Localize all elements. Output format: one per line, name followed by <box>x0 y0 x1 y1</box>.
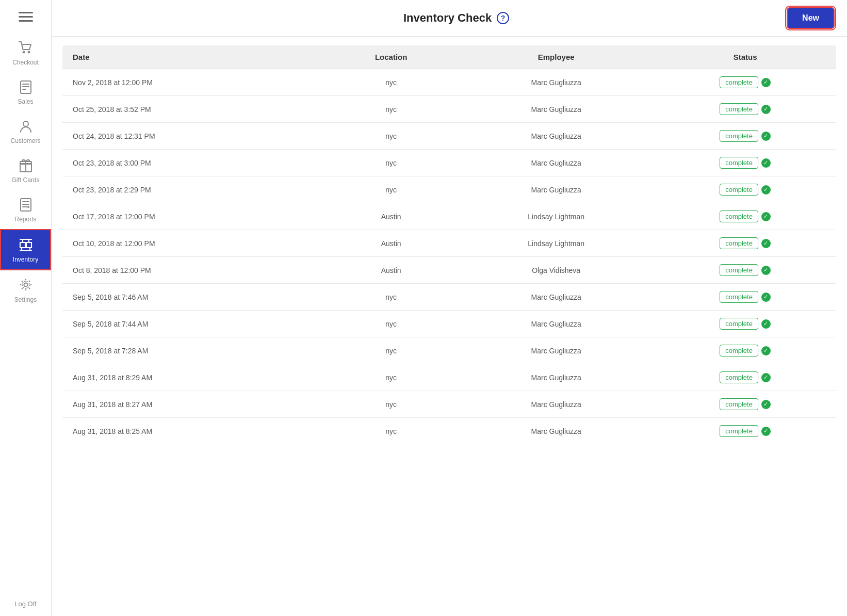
sales-icon <box>18 78 34 95</box>
cell-employee: Marc Gugliuzza <box>458 176 654 203</box>
sidebar-item-settings[interactable]: Settings <box>0 270 51 310</box>
check-icon: ✓ <box>761 293 771 302</box>
cell-status: complete✓ <box>654 69 836 96</box>
svg-point-14 <box>28 206 29 207</box>
cell-date: Oct 24, 2018 at 12:31 PM <box>62 123 324 150</box>
table-row[interactable]: Aug 31, 2018 at 8:27 AMnycMarc Gugliuzza… <box>62 391 837 418</box>
cell-date: Oct 8, 2018 at 12:00 PM <box>62 257 324 284</box>
cell-employee: Marc Gugliuzza <box>458 337 654 364</box>
help-icon[interactable]: ? <box>497 12 509 24</box>
sidebar-item-checkout[interactable]: Checkout <box>0 33 51 72</box>
check-icon: ✓ <box>761 212 771 221</box>
status-badge: complete <box>720 237 758 249</box>
cell-employee: Marc Gugliuzza <box>458 96 654 123</box>
table-row[interactable]: Oct 23, 2018 at 2:29 PMnycMarc Gugliuzza… <box>62 176 837 203</box>
check-icon: ✓ <box>761 78 771 87</box>
new-button[interactable]: New <box>787 7 835 29</box>
sidebar-item-inventory-label: Inventory <box>13 256 38 263</box>
table-row[interactable]: Sep 5, 2018 at 7:44 AMnycMarc Gugliuzzac… <box>62 311 837 337</box>
check-icon: ✓ <box>761 427 771 436</box>
table-row[interactable]: Oct 17, 2018 at 12:00 PMAustinLindsay Li… <box>62 203 837 230</box>
status-badge: complete <box>720 130 758 142</box>
sidebar-item-reports-label: Reports <box>14 216 36 223</box>
table-header: Date Location Employee Status <box>62 45 837 69</box>
svg-point-1 <box>28 52 29 53</box>
table-row[interactable]: Oct 24, 2018 at 12:31 PMnycMarc Gugliuzz… <box>62 123 837 150</box>
cell-employee: Marc Gugliuzza <box>458 284 654 311</box>
col-date: Date <box>62 45 324 69</box>
settings-icon <box>18 277 34 293</box>
page-title: Inventory Check <box>403 11 492 25</box>
cell-status: complete✓ <box>654 284 836 311</box>
table-row[interactable]: Aug 31, 2018 at 8:25 AMnycMarc Gugliuzza… <box>62 418 837 445</box>
cell-employee: Olga Vidisheva <box>458 257 654 284</box>
status-badge: complete <box>720 291 758 303</box>
cell-employee: Marc Gugliuzza <box>458 418 654 445</box>
cell-date: Sep 5, 2018 at 7:44 AM <box>62 311 324 337</box>
cell-location: nyc <box>324 418 458 445</box>
col-employee: Employee <box>458 45 654 69</box>
sidebar-item-customers[interactable]: Customers <box>0 111 51 151</box>
table-row[interactable]: Oct 23, 2018 at 3:00 PMnycMarc Gugliuzza… <box>62 150 837 176</box>
sidebar-item-settings-label: Settings <box>14 296 37 303</box>
sidebar-item-sales[interactable]: Sales <box>0 72 51 111</box>
cell-date: Sep 5, 2018 at 7:28 AM <box>62 337 324 364</box>
table-row[interactable]: Nov 2, 2018 at 12:00 PMnycMarc Gugliuzza… <box>62 69 837 96</box>
cell-location: nyc <box>324 364 458 391</box>
page-header: Inventory Check ? New <box>52 0 847 37</box>
sidebar-item-checkout-label: Checkout <box>12 59 39 66</box>
svg-rect-16 <box>26 242 31 248</box>
cell-location: nyc <box>324 69 458 96</box>
cell-location: nyc <box>324 391 458 418</box>
table-row[interactable]: Aug 31, 2018 at 8:29 AMnycMarc Gugliuzza… <box>62 364 837 391</box>
status-badge: complete <box>720 210 758 222</box>
table-row[interactable]: Oct 25, 2018 at 3:52 PMnycMarc Gugliuzza… <box>62 96 837 123</box>
cell-location: Austin <box>324 203 458 230</box>
status-badge: complete <box>720 157 758 169</box>
header-title-area: Inventory Check ? <box>403 11 509 25</box>
sidebar-item-gift-cards[interactable]: Gift Cards <box>0 151 51 190</box>
sidebar-item-sales-label: Sales <box>18 98 33 105</box>
cell-employee: Marc Gugliuzza <box>458 364 654 391</box>
cart-icon <box>18 39 34 56</box>
cell-location: nyc <box>324 123 458 150</box>
sidebar-item-inventory[interactable]: Inventory <box>0 229 51 270</box>
cell-location: nyc <box>324 96 458 123</box>
table-row[interactable]: Sep 5, 2018 at 7:46 AMnycMarc Gugliuzzac… <box>62 284 837 311</box>
cell-status: complete✓ <box>654 176 836 203</box>
cell-employee: Lindsay Lightman <box>458 230 654 257</box>
cell-location: nyc <box>324 284 458 311</box>
table-row[interactable]: Oct 10, 2018 at 12:00 PMAustinLindsay Li… <box>62 230 837 257</box>
svg-point-23 <box>24 283 27 287</box>
cell-date: Sep 5, 2018 at 7:46 AM <box>62 284 324 311</box>
menu-icon[interactable] <box>14 5 37 28</box>
cell-status: complete✓ <box>654 150 836 176</box>
status-badge: complete <box>720 371 758 383</box>
status-badge: complete <box>720 103 758 115</box>
cell-employee: Marc Gugliuzza <box>458 150 654 176</box>
reports-icon <box>18 196 34 213</box>
check-icon: ✓ <box>761 158 771 168</box>
customers-icon <box>18 118 34 134</box>
check-icon: ✓ <box>761 319 771 329</box>
table-row[interactable]: Sep 5, 2018 at 7:28 AMnycMarc Gugliuzzac… <box>62 337 837 364</box>
cell-location: Austin <box>324 230 458 257</box>
cell-date: Oct 10, 2018 at 12:00 PM <box>62 230 324 257</box>
cell-employee: Marc Gugliuzza <box>458 69 654 96</box>
cell-status: complete✓ <box>654 364 836 391</box>
logoff-button[interactable]: Log Off <box>0 592 51 616</box>
sidebar-item-reports[interactable]: Reports <box>0 190 51 229</box>
table-row[interactable]: Oct 8, 2018 at 12:00 PMAustinOlga Vidish… <box>62 257 837 284</box>
cell-date: Oct 17, 2018 at 12:00 PM <box>62 203 324 230</box>
cell-date: Aug 31, 2018 at 8:25 AM <box>62 418 324 445</box>
check-icon: ✓ <box>761 266 771 275</box>
status-badge: complete <box>720 398 758 410</box>
cell-location: nyc <box>324 337 458 364</box>
cell-status: complete✓ <box>654 123 836 150</box>
cell-date: Aug 31, 2018 at 8:29 AM <box>62 364 324 391</box>
cell-status: complete✓ <box>654 418 836 445</box>
sidebar-item-gift-cards-label: Gift Cards <box>11 176 39 184</box>
svg-point-6 <box>23 121 28 126</box>
cell-date: Nov 2, 2018 at 12:00 PM <box>62 69 324 96</box>
check-icon: ✓ <box>761 239 771 248</box>
